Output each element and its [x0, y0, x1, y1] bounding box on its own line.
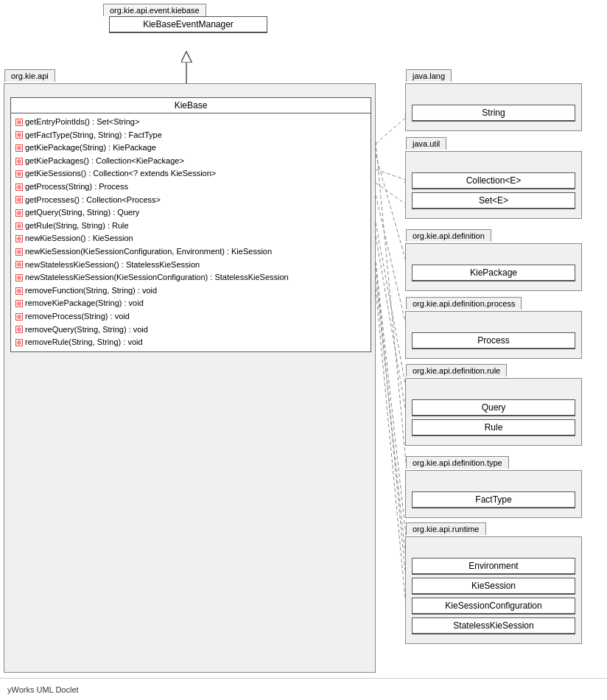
method-icon [15, 300, 23, 307]
statelesskiesession-class: StatelessKieSession [412, 617, 575, 634]
method-getKiePackages: getKiePackages() : Collection<KiePackage… [15, 155, 366, 168]
main-package-box: org.kie.api KieBase getEntryPointIds() :… [4, 83, 376, 673]
method-newStatelessKieSession: newStatelessKieSession() : StatelessKieS… [15, 259, 366, 272]
method-removeProcess: removeProcess(String) : void [15, 310, 366, 323]
query-header: Query [413, 400, 575, 416]
method-icon [15, 223, 23, 230]
method-icon [15, 196, 23, 203]
kiebase-header: KieBase [11, 98, 371, 113]
method-icon [15, 326, 23, 333]
method-icon [15, 209, 23, 217]
footer: yWorks UML Doclet [0, 678, 607, 700]
kie-process-package: org.kie.api.definition.process Process [405, 311, 582, 359]
method-getQuery: getQuery(String, String) : Query [15, 206, 366, 220]
kiesessionconfig-header: KieSessionConfiguration [413, 598, 575, 614]
java-lang-tab: java.lang [406, 69, 452, 82]
method-getRule: getRule(String, String) : Rule [15, 220, 366, 233]
method-removeRule: removeRule(String, String) : void [15, 336, 366, 349]
method-getFactType: getFactType(String, String) : FactType [15, 129, 366, 142]
rule-header: Rule [413, 420, 575, 435]
top-package-tab: org.kie.api.event.kiebase [103, 4, 206, 16]
method-newKieSession: newKieSession() : KieSession [15, 232, 366, 245]
method-getProcesses: getProcesses() : Collection<Process> [15, 194, 366, 207]
java-lang-package: java.lang String [405, 83, 582, 131]
method-removeQuery: removeQuery(String, String) : void [15, 323, 366, 337]
java-util-package: java.util Collection<E> Set<E> [405, 151, 582, 219]
facttype-header: FactType [413, 492, 575, 508]
kiepackage-header: KiePackage [413, 265, 575, 281]
method-getKiePackage: getKiePackage(String) : KiePackage [15, 141, 366, 155]
method-getEntryPointIds: getEntryPointIds() : Set<String> [15, 116, 366, 129]
kiesessionconfig-class: KieSessionConfiguration [412, 598, 575, 615]
method-removeFunction: removeFunction(String, String) : void [15, 284, 366, 298]
method-icon [15, 183, 23, 191]
rule-class: Rule [412, 419, 575, 436]
method-icon [15, 287, 23, 295]
environment-class: Environment [412, 558, 575, 575]
string-class: String [412, 105, 575, 122]
method-icon [15, 339, 23, 346]
set-class: Set<E> [412, 192, 575, 209]
method-icon [15, 261, 23, 268]
statelesskiesession-header: StatelessKieSession [413, 618, 575, 634]
kiesession-header: KieSession [413, 578, 575, 594]
kie-type-tab: org.kie.api.definition.type [406, 456, 509, 469]
method-icon [15, 144, 23, 152]
process-header: Process [413, 333, 575, 349]
kie-definition-tab: org.kie.api.definition [406, 229, 491, 242]
kie-definition-package: org.kie.api.definition KiePackage [405, 243, 582, 291]
kiepackage-class: KiePackage [412, 265, 575, 281]
kie-process-tab: org.kie.api.definition.process [406, 297, 522, 309]
set-header: Set<E> [413, 193, 575, 209]
method-icon [15, 131, 23, 139]
kie-rule-package: org.kie.api.definition.rule Query Rule [405, 378, 582, 446]
method-icon [15, 313, 23, 321]
kie-rule-tab: org.kie.api.definition.rule [406, 364, 507, 377]
facttype-class: FactType [412, 491, 575, 508]
method-icon [15, 170, 23, 178]
method-newKieSession2: newKieSession(KieSessionConfiguration, E… [15, 245, 366, 259]
method-icon [15, 158, 23, 165]
string-header: String [413, 105, 575, 121]
kiebase-event-manager-class: KieBaseEventManager [109, 16, 267, 33]
method-removeKiePackage: removeKiePackage(String) : void [15, 297, 366, 310]
method-icon [15, 119, 23, 126]
kie-runtime-package: org.kie.api.runtime Environment KieSessi… [405, 536, 582, 644]
method-icon [15, 248, 23, 256]
query-class: Query [412, 399, 575, 416]
process-class: Process [412, 332, 575, 349]
kiesession-class: KieSession [412, 578, 575, 595]
kiebase-event-manager-header: KieBaseEventManager [110, 17, 267, 32]
method-icon [15, 235, 23, 242]
method-icon [15, 274, 23, 281]
java-util-tab: java.util [406, 137, 446, 150]
collection-header: Collection<E> [413, 173, 575, 189]
method-newStatelessKieSession2: newStatelessKieSession(KieSessionConfigu… [15, 271, 366, 284]
footer-text: yWorks UML Doclet [7, 685, 79, 694]
kie-runtime-tab: org.kie.api.runtime [406, 522, 486, 535]
kie-type-package: org.kie.api.definition.type FactType [405, 470, 582, 518]
top-package-label: org.kie.api.event.kiebase [103, 4, 273, 16]
method-getKieSessions: getKieSessions() : Collection<? extends … [15, 167, 366, 181]
collection-class: Collection<E> [412, 172, 575, 189]
main-package-tab: org.kie.api [4, 69, 55, 82]
environment-header: Environment [413, 559, 575, 574]
diagram-area: org.kie.api.event.kiebase KieBaseEventMa… [0, 0, 607, 678]
kiebase-class: KieBase getEntryPointIds() : Set<String>… [10, 97, 371, 352]
kiebase-methods: getEntryPointIds() : Set<String> getFact… [11, 113, 371, 351]
method-getProcess: getProcess(String) : Process [15, 181, 366, 194]
